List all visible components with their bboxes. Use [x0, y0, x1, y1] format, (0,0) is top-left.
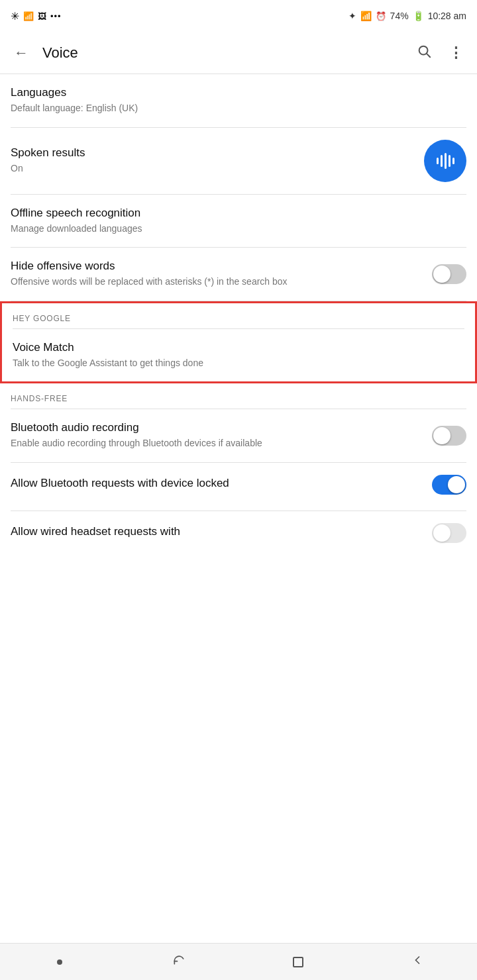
hide-offensive-content: Hide offensive words Offensive words wil…	[11, 260, 432, 289]
spoken-results-title: Spoken results	[11, 146, 413, 160]
offline-speech-title: Offline speech recognition	[11, 207, 466, 220]
hide-offensive-item[interactable]: Hide offensive words Offensive words wil…	[0, 248, 477, 301]
allow-bluetooth-title: Allow Bluetooth requests with device loc…	[11, 477, 421, 490]
hey-google-header: HEY GOOGLE	[2, 303, 475, 328]
overview-icon	[293, 957, 303, 967]
wifi-icon: 📶	[360, 11, 372, 21]
allow-bluetooth-item[interactable]: Allow Bluetooth requests with device loc…	[0, 463, 477, 511]
hey-google-section: HEY GOOGLE Voice Match Talk to the Googl…	[0, 301, 477, 384]
alarm-icon: ⏰	[376, 11, 386, 21]
bluetooth-audio-title: Bluetooth audio recording	[11, 421, 421, 434]
recent-nav-button[interactable]	[159, 944, 199, 981]
image-icon: 🖼	[38, 11, 46, 21]
more-options-button[interactable]: ⋮	[440, 37, 472, 69]
bluetooth-audio-item[interactable]: Bluetooth audio recording Enable audio r…	[0, 409, 477, 462]
allow-bluetooth-content: Allow Bluetooth requests with device loc…	[11, 477, 432, 493]
back-button[interactable]: ←	[5, 37, 37, 69]
back-arrow-icon: ←	[14, 44, 28, 62]
mic-fab-button[interactable]	[424, 140, 466, 182]
spoken-results-subtitle: On	[11, 162, 413, 175]
back-nav-icon	[411, 954, 424, 970]
recent-apps-icon	[172, 954, 186, 970]
languages-item[interactable]: Languages Default language: English (UK)	[0, 74, 477, 127]
toggle-thumb-ab	[448, 476, 465, 493]
asterisk-icon: ✳	[11, 10, 19, 23]
allow-wired-toggle[interactable]	[432, 523, 466, 543]
languages-subtitle: Default language: English (UK)	[11, 102, 466, 115]
status-bar: ✳ 📶 🖼 ••• ✦ 📶 ⏰ 74% 🔋 10:28 am	[0, 0, 477, 32]
toggle-thumb-aw	[433, 524, 450, 542]
hide-offensive-toggle[interactable]	[432, 264, 466, 284]
status-bar-left: ✳ 📶 🖼 •••	[11, 10, 62, 23]
overview-nav-button[interactable]	[278, 944, 318, 981]
allow-wired-item[interactable]: Allow wired headset requests with	[0, 511, 477, 559]
voice-match-subtitle: Talk to the Google Assistant to get thin…	[13, 357, 464, 370]
hands-free-header: HANDS-FREE	[0, 383, 477, 409]
more-icon: •••	[50, 11, 62, 21]
spoken-results-item[interactable]: Spoken results On	[0, 128, 477, 194]
battery-percent: 74%	[390, 11, 409, 21]
languages-title: Languages	[11, 86, 466, 99]
bottom-navigation	[0, 943, 477, 980]
allow-wired-content: Allow wired headset requests with	[11, 525, 432, 541]
signal-icon: 📶	[23, 11, 34, 21]
home-nav-button[interactable]	[40, 944, 80, 981]
bluetooth-audio-toggle[interactable]	[432, 426, 466, 446]
spoken-results-content: Spoken results On	[11, 146, 424, 175]
bluetooth-icon: ✦	[348, 11, 356, 21]
back-nav-button[interactable]	[398, 944, 437, 981]
search-button[interactable]	[408, 37, 440, 69]
svg-line-1	[427, 54, 430, 57]
mic-waveform-icon	[437, 153, 454, 169]
bluetooth-audio-subtitle: Enable audio recording through Bluetooth…	[11, 437, 421, 450]
offline-speech-item[interactable]: Offline speech recognition Manage downlo…	[0, 195, 477, 248]
voice-match-title: Voice Match	[13, 341, 464, 354]
voice-match-item[interactable]: Voice Match Talk to the Google Assistant…	[2, 329, 475, 382]
page-title: Voice	[42, 44, 408, 62]
app-bar: ← Voice ⋮	[0, 32, 477, 74]
status-bar-right: ✦ 📶 ⏰ 74% 🔋 10:28 am	[348, 11, 466, 21]
more-vert-icon: ⋮	[449, 44, 463, 62]
allow-bluetooth-toggle[interactable]	[432, 475, 466, 495]
hide-offensive-title: Hide offensive words	[11, 260, 421, 273]
toggle-thumb	[433, 266, 450, 283]
search-icon	[417, 44, 431, 62]
allow-wired-title: Allow wired headset requests with	[11, 525, 421, 538]
app-bar-actions: ⋮	[408, 37, 472, 69]
bluetooth-audio-content: Bluetooth audio recording Enable audio r…	[11, 421, 432, 450]
offline-speech-subtitle: Manage downloaded languages	[11, 222, 466, 236]
battery-icon: 🔋	[413, 11, 424, 21]
home-icon	[57, 959, 62, 965]
hide-offensive-subtitle: Offensive words will be replaced with as…	[11, 275, 421, 289]
toggle-thumb-bt	[433, 427, 450, 444]
time: 10:28 am	[428, 11, 466, 21]
